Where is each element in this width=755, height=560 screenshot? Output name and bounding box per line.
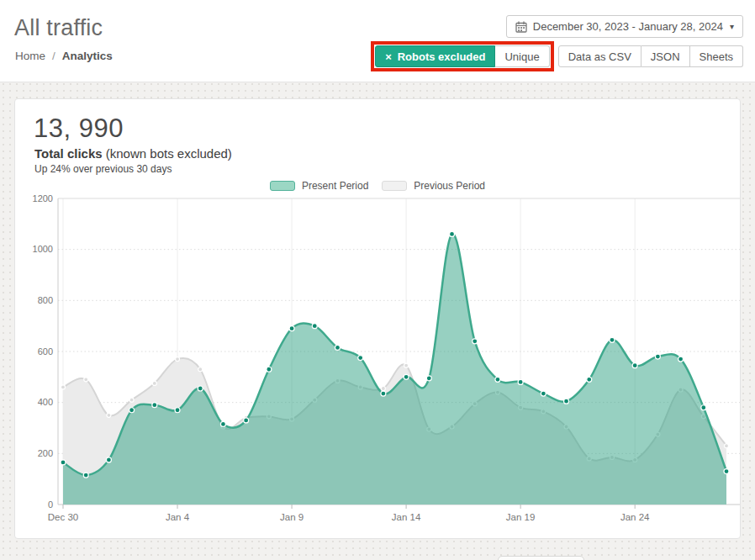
previous-period-swatch xyxy=(382,181,407,191)
svg-text:Dec 30: Dec 30 xyxy=(48,512,78,522)
breadcrumb-separator: / xyxy=(52,50,55,62)
svg-text:200: 200 xyxy=(38,448,53,458)
traffic-chart: 020040060080010001200Dec 30Jan 4Jan 9Jan… xyxy=(15,193,740,531)
robots-excluded-filter-button[interactable]: × Robots excluded xyxy=(375,45,495,67)
page-background: All traffic Home / Analytics xyxy=(0,0,755,560)
chart-area[interactable]: 020040060080010001200Dec 30Jan 4Jan 9Jan… xyxy=(15,193,740,531)
svg-text:600: 600 xyxy=(38,346,53,357)
breadcrumb: Home / Analytics xyxy=(15,50,113,62)
filter-button-group: × Robots excluded Unique xyxy=(375,45,550,67)
svg-text:Jan 9: Jan 9 xyxy=(280,512,304,522)
remove-filter-x-icon[interactable]: × xyxy=(385,50,392,63)
robots-excluded-label: Robots excluded xyxy=(398,50,486,63)
total-clicks-value: 13, 990 xyxy=(34,114,124,144)
previous-period-label: Previous Period xyxy=(414,180,485,192)
data-as-csv-button[interactable]: Data as CSV xyxy=(558,45,641,67)
chevron-down-icon: ▾ xyxy=(730,22,734,31)
json-button[interactable]: JSON xyxy=(641,45,690,67)
svg-text:1200: 1200 xyxy=(33,193,53,203)
partial-bottom-button[interactable] xyxy=(498,556,584,560)
metric-note: (known bots excluded) xyxy=(106,146,232,161)
chart-legend: Present Period Previous Period xyxy=(15,180,740,192)
svg-text:400: 400 xyxy=(38,397,53,407)
page-title: All traffic xyxy=(14,15,103,41)
sheets-button[interactable]: Sheets xyxy=(690,45,743,67)
svg-text:0: 0 xyxy=(48,499,53,510)
traffic-panel: 13, 990 Total clicks (known bots exclude… xyxy=(14,98,741,539)
date-range-picker[interactable]: December 30, 2023 - January 28, 2024 ▾ xyxy=(506,15,743,38)
legend-item-present: Present Period xyxy=(270,180,368,192)
breadcrumb-current: Analytics xyxy=(62,50,113,62)
controls-row: × Robots excluded Unique Data as CSV JSO… xyxy=(371,41,743,71)
legend-item-previous: Previous Period xyxy=(382,180,485,192)
red-highlight-box: × Robots excluded Unique xyxy=(371,41,554,71)
metric-line: Total clicks (known bots excluded) xyxy=(34,146,232,161)
calendar-icon xyxy=(515,21,527,33)
date-range-label: December 30, 2023 - January 28, 2024 xyxy=(533,20,723,33)
trend-text: Up 24% over previous 30 days xyxy=(34,163,172,175)
breadcrumb-home-link[interactable]: Home xyxy=(15,50,45,62)
export-button-group: Data as CSV JSON Sheets xyxy=(558,45,743,67)
svg-text:Jan 4: Jan 4 xyxy=(166,512,190,522)
present-period-swatch xyxy=(270,181,295,191)
svg-text:Jan 19: Jan 19 xyxy=(506,512,536,522)
header: All traffic Home / Analytics xyxy=(0,0,755,82)
svg-text:Jan 24: Jan 24 xyxy=(620,512,650,522)
metric-label: Total clicks xyxy=(34,146,103,161)
svg-text:Jan 14: Jan 14 xyxy=(392,512,421,522)
present-period-label: Present Period xyxy=(302,180,368,192)
svg-text:1000: 1000 xyxy=(33,244,53,254)
svg-text:800: 800 xyxy=(38,295,53,305)
unique-filter-button[interactable]: Unique xyxy=(495,45,549,67)
